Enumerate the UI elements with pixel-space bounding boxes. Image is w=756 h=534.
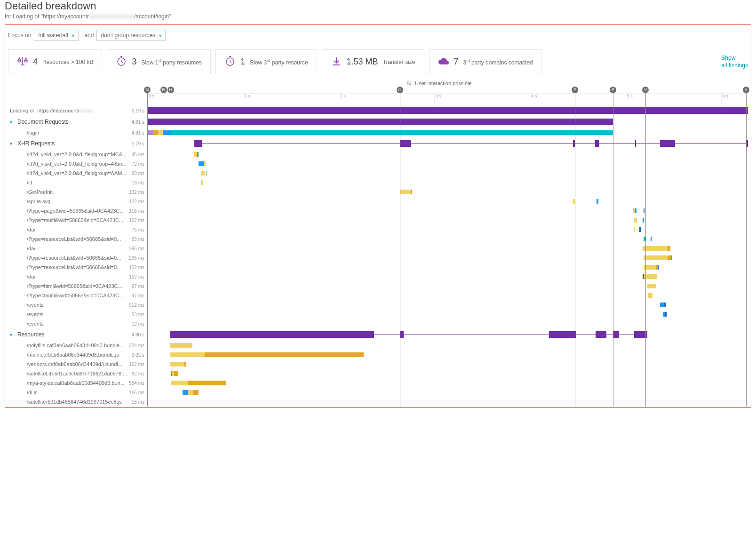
waterfall-group-row[interactable]: ▾XHR Requests5.79 s [6,137,750,150]
timing-bar[interactable] [171,381,189,385]
timing-bar[interactable] [658,265,659,270]
waterfall-row[interactable]: /?type=resourceList&wid=50665&sid=0...29… [6,253,750,263]
waterfall-row[interactable]: /?type=resourceList&wid=50665&sid=0...83… [6,234,750,244]
timing-bar[interactable] [184,362,185,367]
timing-bar[interactable] [549,331,576,338]
timeline-marker-R[interactable]: R [160,87,167,93]
waterfall-row[interactable]: /?type=html&wid=50665&sid=0CA423C...97 m… [6,281,750,291]
chevron-down-icon[interactable]: ▾ [10,332,15,337]
timing-bar[interactable] [643,218,644,223]
timing-bar[interactable] [651,237,652,241]
timing-bar[interactable] [201,171,205,175]
timing-bar[interactable] [634,218,637,223]
waterfall-row[interactable]: /di.js166 ms [6,388,750,397]
timing-bar[interactable] [639,227,641,232]
finding-card[interactable]: 3Slow 1st party resources [107,49,211,74]
timing-bar[interactable] [188,390,193,395]
timing-bar[interactable] [643,246,668,251]
waterfall-row[interactable]: /events912 ms [6,300,750,310]
timing-bar[interactable] [596,331,606,338]
waterfall-row[interactable]: /da/152 ms [6,272,750,281]
timing-bar[interactable] [170,362,185,367]
timing-bar[interactable] [202,143,400,144]
timing-bar[interactable] [170,352,205,357]
waterfall-group-row[interactable]: ▾Resources4.90 s [6,328,750,341]
timing-bar[interactable] [660,140,676,147]
finding-card[interactable]: 1.53 MBTransfer size [322,49,424,74]
timing-bar[interactable] [648,293,652,298]
timing-bar[interactable] [153,130,158,135]
timing-bar[interactable] [668,255,671,260]
timing-bar[interactable] [675,143,746,144]
waterfall-row[interactable]: /?type=page&wid=50665&sid=0CA423C...116 … [6,206,750,215]
waterfall-row[interactable]: /main.caf0ab6aab06d34409d3.bundle.js2.02… [6,350,750,359]
waterfall-row[interactable]: /?type=multi&wid=50665&sid=0CA423C...102… [6,215,750,225]
timing-bar[interactable] [148,107,748,114]
timing-bar[interactable] [597,199,598,204]
timing-bar[interactable] [404,335,549,335]
timing-bar[interactable] [204,161,206,166]
timing-bar[interactable] [194,140,202,147]
timing-bar[interactable] [599,143,635,144]
waterfall-row[interactable]: /id?d_visid_ver=2.0.0&d_fieldgroup=MC&..… [6,150,750,159]
timing-bar[interactable] [400,331,404,338]
timing-bar[interactable] [595,140,599,147]
timeline-marker-A[interactable]: A [743,87,749,93]
timing-bar[interactable] [644,208,645,213]
timing-bar[interactable] [158,130,162,135]
timing-bar[interactable] [644,255,668,260]
timeline-marker-S[interactable]: S [572,87,578,93]
timing-bar[interactable] [174,371,179,376]
timeline-marker-C[interactable]: C [397,87,403,93]
timing-bar[interactable] [170,331,374,338]
timing-bar[interactable] [199,161,204,166]
timing-bar[interactable] [201,180,203,185]
timing-bar[interactable] [206,171,207,175]
timing-bar[interactable] [400,140,411,147]
chevron-down-icon[interactable]: ▾ [10,120,15,125]
timing-bar[interactable] [400,190,411,194]
timing-bar[interactable] [634,227,635,232]
timing-bar[interactable] [148,130,153,135]
waterfall-row[interactable]: /events12 ms [6,319,750,328]
timing-bar[interactable] [170,343,193,348]
show-all-findings-link[interactable]: Showall findings [721,55,748,69]
finding-card[interactable]: 4Resources > 100 kB [8,49,102,74]
timing-bar[interactable] [193,390,199,395]
timeline-marker-V[interactable]: V [642,87,649,93]
timing-bar[interactable] [635,208,637,213]
waterfall-row[interactable]: /id?d_visid_ver=2.0.0&d_fieldgroup=AAM..… [6,168,750,178]
timing-bar[interactable] [619,335,634,335]
waterfall-row[interactable]: /mya-styles.caf0ab6aab06d34409d3.bun...5… [6,378,750,388]
waterfall-row[interactable]: /?type=multi&wid=50665&sid=0CA423C...47 … [6,291,750,300]
waterfall-row[interactable]: /satelliteLib-5ff1ac3c0d8f7716621dab576f… [6,369,750,378]
waterfall-row[interactable]: /events53 ms [6,310,750,319]
waterfall-row[interactable]: /da/75 ms [6,225,750,234]
waterfall-row[interactable]: /sprite.svg122 ms [6,197,750,206]
timing-bar[interactable] [205,352,364,357]
waterfall-row[interactable]: /id?d_visid_ver=2.0.0&d_fieldgroup=A&m..… [6,159,750,168]
timing-bar[interactable] [660,303,664,307]
timing-bar[interactable] [671,255,672,260]
timing-bar[interactable] [198,152,198,157]
waterfall-row[interactable]: /?type=resourceList&wid=50665&sid=0...15… [6,263,750,272]
chevron-down-icon[interactable]: ▾ [10,141,15,146]
timing-bar[interactable] [668,246,670,251]
group-select[interactable]: don't group resources▾ [96,30,166,41]
timing-bar[interactable] [665,312,667,317]
timing-bar[interactable] [664,303,666,307]
waterfall-row[interactable]: /satellite-591db46564746d1997015ee8.js15… [6,397,750,406]
finding-card[interactable]: 1Slow 3rd party resource [215,49,317,74]
timing-bar[interactable] [613,331,619,338]
timing-bar[interactable] [636,143,660,144]
waterfall-row[interactable]: /da/295 ms [6,244,750,253]
waterfall-row[interactable]: /GetPoeInit132 ms [6,187,750,197]
timing-bar[interactable] [374,335,400,335]
finding-card[interactable]: 73rd party domains contacted [429,49,542,74]
timeline-marker-N[interactable]: N [144,87,151,93]
waterfall-row[interactable]: Loading of "https://myaccountrxxxxx6.19 … [6,105,750,116]
timing-bar[interactable] [411,143,573,144]
timing-bar[interactable] [171,130,613,135]
waterfall-row[interactable]: /polyfills.caf0ab6aab06d34409d3.bundle..… [6,341,750,350]
timeline-marker-E[interactable]: E [610,87,616,93]
